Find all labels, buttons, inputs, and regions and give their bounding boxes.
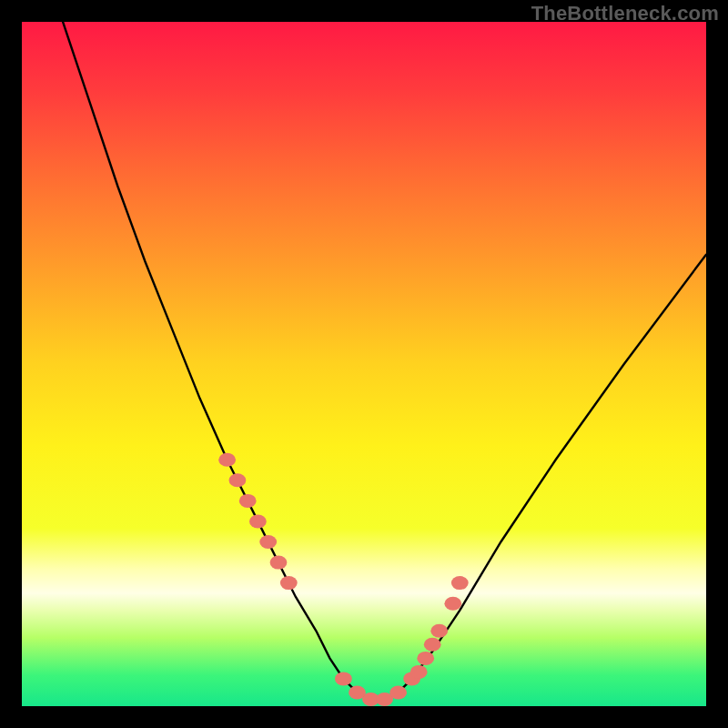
marker-dot: [249, 515, 267, 529]
marker-dot: [218, 453, 236, 467]
marker-dot: [410, 665, 428, 679]
marker-dot: [430, 624, 448, 638]
marker-dot: [280, 576, 298, 590]
marker-dot: [229, 473, 247, 487]
marker-dot: [335, 672, 352, 685]
watermark-text: TheBottleneck.com: [531, 2, 719, 25]
outer-frame: TheBottleneck.com: [0, 0, 728, 728]
marker-dot: [259, 535, 277, 549]
marker-dot: [451, 576, 469, 590]
marker-dot: [417, 652, 434, 665]
plot-area: [22, 22, 706, 706]
marker-dot: [239, 494, 257, 508]
gradient-background: [22, 22, 706, 706]
marker-dot: [270, 556, 288, 570]
marker-dot: [389, 686, 407, 700]
chart-svg: [22, 22, 706, 706]
marker-dot: [424, 638, 441, 652]
marker-dot: [444, 597, 461, 611]
